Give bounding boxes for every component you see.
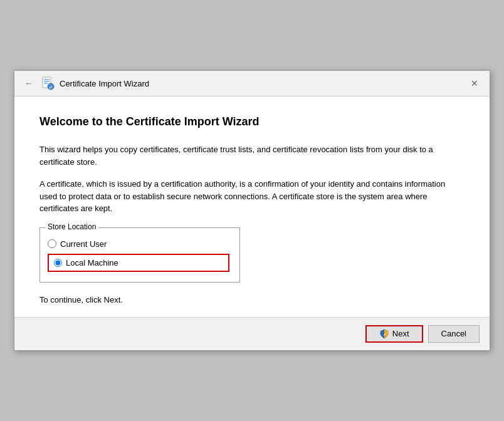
- wizard-window: ← ✓ Certificate Import Wizard ✕ Welcome …: [14, 70, 490, 351]
- page-title: Welcome to the Certificate Import Wizard: [39, 115, 465, 128]
- current-user-radio[interactable]: [48, 239, 56, 248]
- description-1: This wizard helps you copy certificates,…: [39, 143, 465, 168]
- back-button[interactable]: ←: [22, 77, 36, 90]
- close-button[interactable]: ✕: [467, 76, 482, 91]
- local-machine-label[interactable]: Local Machine: [66, 258, 118, 268]
- local-machine-radio[interactable]: [54, 259, 62, 267]
- wizard-icon: ✓: [41, 76, 55, 90]
- shield-icon: ✓: [379, 329, 389, 339]
- svg-text:✓: ✓: [49, 85, 53, 90]
- svg-rect-3: [44, 83, 48, 84]
- continue-text: To continue, click Next.: [39, 295, 465, 304]
- current-user-label[interactable]: Current User: [60, 239, 107, 249]
- local-machine-row[interactable]: Local Machine: [48, 254, 229, 272]
- footer: ✓ Next Cancel: [14, 317, 490, 350]
- current-user-option[interactable]: Current User: [48, 239, 229, 249]
- description-2: A certificate, which is issued by a cert…: [39, 178, 465, 215]
- store-location-legend: Store Location: [45, 222, 98, 231]
- title-bar: ← ✓ Certificate Import Wizard ✕: [14, 71, 490, 96]
- window-title: Certificate Import Wizard: [60, 79, 149, 88]
- next-button[interactable]: ✓ Next: [365, 325, 423, 343]
- svg-text:✓: ✓: [382, 333, 386, 336]
- wizard-content: Welcome to the Certificate Import Wizard…: [14, 96, 490, 317]
- cancel-button[interactable]: Cancel: [428, 325, 480, 343]
- cancel-label: Cancel: [441, 329, 466, 338]
- svg-rect-2: [44, 81, 50, 82]
- svg-rect-1: [44, 79, 50, 80]
- next-label: Next: [392, 329, 409, 338]
- store-location-group: Store Location Current User Local Machin…: [39, 227, 240, 283]
- title-bar-left: ← ✓ Certificate Import Wizard: [22, 76, 149, 90]
